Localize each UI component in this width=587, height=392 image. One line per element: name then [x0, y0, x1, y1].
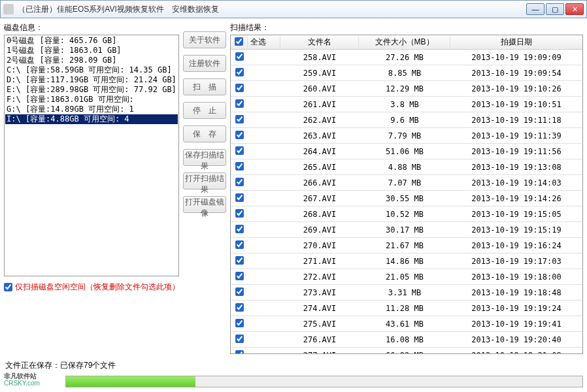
row-checkbox[interactable]	[235, 350, 244, 354]
table-row[interactable]: 258.AVI27.26 MB2013-10-19 19:09:09	[231, 50, 582, 65]
cell-filename: 267.AVI	[280, 194, 359, 203]
col-filename[interactable]: 文件名	[280, 37, 359, 48]
cell-date: 2013-10-19 19:10:51	[450, 100, 582, 109]
row-checkbox[interactable]	[235, 52, 244, 61]
disk-list[interactable]: 0号磁盘 [容量: 465.76 GB]1号磁盘 [容量: 1863.01 GB…	[4, 35, 179, 276]
cell-date: 2013-10-19 19:14:26	[450, 194, 582, 203]
col-filesize[interactable]: 文件大小（MB）	[359, 37, 450, 48]
cell-size: 30.55 MB	[359, 194, 450, 203]
status-text: 文件正在保存：已保存79个文件	[5, 360, 116, 371]
maximize-button[interactable]: ▢	[546, 3, 564, 15]
row-checkbox[interactable]	[235, 225, 244, 233]
row-checkbox[interactable]	[235, 272, 244, 280]
cell-filename: 258.AVI	[280, 53, 359, 62]
table-row[interactable]: 269.AVI30.17 MB2013-10-19 19:15:19	[231, 222, 582, 238]
about-button[interactable]: 关于软件	[183, 31, 226, 48]
open-image-button[interactable]: 打开磁盘镜像	[183, 196, 226, 213]
titlebar: （已注册）佳能EOS系列AVI视频恢复软件 安维数据恢复 — ▢ ✕	[0, 0, 587, 18]
disk-row[interactable]: E:\ [容量:289.98GB 可用空间: 77.92 GB]	[5, 85, 178, 95]
disk-row[interactable]: 0号磁盘 [容量: 465.76 GB]	[5, 36, 178, 46]
disk-row[interactable]: D:\ [容量:117.19GB 可用空间: 21.24 GB]	[5, 75, 178, 85]
register-button[interactable]: 注册软件	[183, 55, 226, 72]
row-checkbox[interactable]	[235, 115, 244, 123]
table-row[interactable]: 265.AVI4.88 MB2013-10-19 19:13:08	[231, 159, 582, 175]
row-checkbox[interactable]	[235, 319, 244, 327]
table-row[interactable]: 264.AVI51.06 MB2013-10-19 19:11:56	[231, 144, 582, 159]
table-row[interactable]: 259.AVI8.85 MB2013-10-19 19:09:54	[231, 65, 582, 81]
scan-free-space-option[interactable]: 仅扫描磁盘空闲空间（恢复删除文件勾选此项）	[4, 282, 226, 293]
row-checkbox[interactable]	[235, 84, 244, 92]
progress-fill	[66, 376, 195, 387]
col-date[interactable]: 拍摄日期	[450, 37, 582, 48]
select-all-checkbox-cell	[231, 37, 248, 48]
window-title: （已注册）佳能EOS系列AVI视频恢复软件 安维数据恢复	[18, 4, 526, 15]
table-row[interactable]: 273.AVI3.31 MB2013-10-19 19:18:48	[231, 285, 582, 301]
row-checkbox[interactable]	[235, 99, 244, 108]
row-checkbox[interactable]	[235, 335, 244, 343]
cell-filename: 270.AVI	[280, 241, 359, 250]
results-body[interactable]: 258.AVI27.26 MB2013-10-19 19:09:09259.AV…	[231, 50, 582, 353]
table-row[interactable]: 276.AVI16.08 MB2013-10-19 19:20:40	[231, 332, 582, 348]
row-checkbox[interactable]	[235, 178, 244, 186]
disk-row[interactable]: 2号磁盘 [容量: 298.09 GB]	[5, 56, 178, 65]
scan-free-space-checkbox[interactable]	[4, 283, 12, 291]
row-checkbox-cell	[231, 225, 248, 235]
results-panel: 全选 文件名 文件大小（MB） 拍摄日期 258.AVI27.26 MB2013…	[230, 35, 583, 354]
disk-row[interactable]: G:\ [容量:14.89GB 可用空间: 1	[5, 105, 178, 114]
row-checkbox[interactable]	[235, 193, 244, 202]
table-row[interactable]: 277.AVI66.82 MB2013-10-19 19:21:08	[231, 348, 582, 353]
row-checkbox[interactable]	[235, 146, 244, 155]
select-all-checkbox[interactable]	[235, 37, 243, 46]
row-checkbox[interactable]	[235, 240, 244, 249]
table-row[interactable]: 271.AVI14.86 MB2013-10-19 19:17:03	[231, 253, 582, 269]
cell-size: 30.17 MB	[359, 225, 450, 235]
row-checkbox[interactable]	[235, 287, 244, 296]
table-row[interactable]: 268.AVI10.52 MB2013-10-19 19:15:05	[231, 206, 582, 222]
row-checkbox[interactable]	[235, 131, 244, 139]
save-result-button[interactable]: 保存扫描结果	[183, 149, 226, 166]
cell-size: 3.31 MB	[359, 288, 450, 297]
cell-filename: 264.AVI	[280, 147, 359, 156]
disk-info-panel: 磁盘信息： 0号磁盘 [容量: 465.76 GB]1号磁盘 [容量: 1863…	[4, 22, 179, 276]
row-checkbox[interactable]	[235, 162, 244, 171]
save-button[interactable]: 保 存	[183, 125, 226, 142]
row-checkbox[interactable]	[235, 303, 244, 312]
disk-row[interactable]: I:\ [容量:4.88GB 可用空间: 4	[5, 114, 178, 124]
table-row[interactable]: 261.AVI3.8 MB2013-10-19 19:10:51	[231, 97, 582, 112]
table-row[interactable]: 274.AVI11.28 MB2013-10-19 19:19:24	[231, 301, 582, 316]
left-panel: 磁盘信息： 0号磁盘 [容量: 465.76 GB]1号磁盘 [容量: 1863…	[4, 22, 226, 354]
close-button[interactable]: ✕	[565, 3, 584, 15]
table-row[interactable]: 275.AVI43.61 MB2013-10-19 19:19:41	[231, 316, 582, 332]
cell-date: 2013-10-19 19:16:24	[450, 241, 582, 250]
row-checkbox-cell	[231, 209, 248, 220]
cell-date: 2013-10-19 19:09:54	[450, 69, 582, 78]
table-row[interactable]: 266.AVI7.07 MB2013-10-19 19:14:03	[231, 175, 582, 191]
row-checkbox-cell	[231, 287, 248, 298]
cell-filename: 276.AVI	[280, 335, 359, 344]
table-row[interactable]: 267.AVI30.55 MB2013-10-19 19:14:26	[231, 191, 582, 206]
stop-button[interactable]: 停 止	[183, 102, 226, 119]
row-checkbox[interactable]	[235, 68, 244, 76]
disk-row[interactable]: C:\ [容量:58.59GB 可用空间: 14.35 GB]	[5, 65, 178, 75]
open-result-button[interactable]: 打开扫描结果	[183, 172, 226, 189]
row-checkbox[interactable]	[235, 256, 244, 265]
minimize-button[interactable]: —	[526, 3, 545, 15]
select-all-label[interactable]: 全选	[248, 37, 280, 48]
table-row[interactable]: 263.AVI7.79 MB2013-10-19 19:11:39	[231, 128, 582, 144]
cell-filename: 265.AVI	[280, 163, 359, 172]
table-row[interactable]: 262.AVI9.6 MB2013-10-19 19:11:18	[231, 112, 582, 128]
cell-date: 2013-10-19 19:19:24	[450, 304, 582, 313]
cell-size: 4.88 MB	[359, 163, 450, 172]
row-checkbox-cell	[231, 115, 248, 125]
table-row[interactable]: 260.AVI12.29 MB2013-10-19 19:10:26	[231, 81, 582, 97]
cell-size: 10.52 MB	[359, 210, 450, 219]
row-checkbox[interactable]	[235, 209, 244, 218]
cell-filename: 274.AVI	[280, 304, 359, 313]
logo-line1: 非凡软件站	[4, 372, 63, 380]
scan-button[interactable]: 扫 描	[183, 78, 226, 95]
disk-row[interactable]: 1号磁盘 [容量: 1863.01 GB]	[5, 46, 178, 56]
row-checkbox-cell	[231, 350, 248, 354]
table-row[interactable]: 272.AVI21.05 MB2013-10-19 19:18:00	[231, 269, 582, 285]
table-row[interactable]: 270.AVI21.67 MB2013-10-19 19:16:24	[231, 238, 582, 253]
disk-row[interactable]: F:\ [容量:1863.01GB 可用空间:	[5, 95, 178, 105]
